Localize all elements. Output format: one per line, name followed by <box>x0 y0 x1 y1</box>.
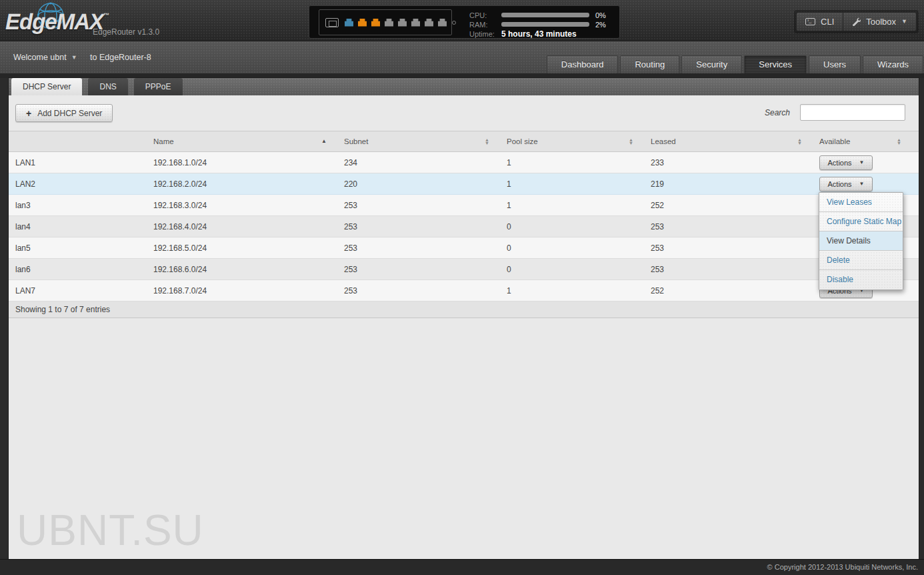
cell-subnet: 192.168.7.0/24 <box>153 286 344 296</box>
content-panel: DHCP ServerDNSPPPoE + Add DHCP Server Se… <box>9 78 919 559</box>
table-header: Name ▲▼ Subnet ▲▼ Pool size ▲▼ Leased ▲▼… <box>9 131 919 152</box>
ram-value: 2% <box>595 21 606 29</box>
edgemax-logo: EdgeMAX™ <box>5 1 105 40</box>
table-row: LAN2 192.168.2.0/24 220 1 219 Actions ▼ <box>9 173 919 195</box>
column-header[interactable]: Leased ▲▼ <box>651 137 819 145</box>
cell-leased: 0 <box>507 222 651 231</box>
nav-divider-band <box>0 73 924 78</box>
cell-available: 219 <box>651 179 819 189</box>
ethernet-port-icon <box>438 19 447 27</box>
app-header: EdgeMAX™ EdgeRouter v1.3.0 CPU: 0% RAM: … <box>0 0 924 41</box>
column-header[interactable]: Pool size ▲▼ <box>507 137 651 145</box>
nav-tab[interactable]: Security <box>681 55 742 73</box>
actions-button[interactable]: Actions ▼ <box>819 177 873 191</box>
column-header[interactable]: Subnet ▲▼ <box>344 137 507 145</box>
cell-subnet: 192.168.3.0/24 <box>153 201 344 210</box>
port-list <box>345 19 447 27</box>
search-label: Search <box>765 108 790 117</box>
sort-icon: ▲▼ <box>629 138 633 145</box>
actions-menu-item[interactable]: Configure Static Map <box>819 212 903 231</box>
sort-icon: ▲▼ <box>897 138 901 145</box>
actions-menu-item[interactable]: Delete <box>819 251 903 270</box>
subtab[interactable]: PPPoE <box>134 78 183 95</box>
toolbox-button[interactable]: Toolbox ▼ <box>843 12 917 31</box>
column-header[interactable]: Available ▲▼ <box>819 137 919 145</box>
add-dhcp-server-button[interactable]: + Add DHCP Server <box>15 104 113 122</box>
terminal-icon <box>805 18 815 25</box>
actions-menu-item[interactable]: Disable <box>819 270 903 290</box>
column-label: Available <box>819 137 850 145</box>
table-row: lan5 192.168.5.0/24 253 0 253 Actions ▼ <box>9 237 919 259</box>
cell-leased: 1 <box>507 286 651 296</box>
ethernet-port-icon <box>358 19 367 27</box>
nav-tab[interactable]: Services <box>744 55 807 73</box>
console-port-icon <box>325 18 339 27</box>
table-row: lan3 192.168.3.0/24 253 1 252 Actions ▼ <box>9 195 919 216</box>
trademark-symbol: ™ <box>103 12 109 19</box>
column-label: Subnet <box>344 137 368 145</box>
user-menu[interactable]: Welcome ubnt ▼ <box>13 41 77 73</box>
cell-actions: Actions ▼ <box>819 177 919 191</box>
cell-pool-size: 253 <box>344 222 507 231</box>
subtab[interactable]: DHCP Server <box>11 78 82 95</box>
device-name-label: to EdgeRouter-8 <box>90 41 151 73</box>
cell-pool-size: 234 <box>344 158 507 167</box>
cell-pool-size: 253 <box>344 201 507 210</box>
nav-tab[interactable]: Dashboard <box>547 55 619 73</box>
search-area: Search <box>765 104 905 121</box>
nav-tab[interactable]: Routing <box>620 55 679 73</box>
app-version: EdgeRouter v1.3.0 <box>93 27 159 37</box>
cell-available: 253 <box>651 243 819 253</box>
cell-pool-size: 253 <box>344 265 507 274</box>
actions-button[interactable]: Actions ▼ <box>819 155 873 170</box>
ethernet-port-icon <box>385 19 393 27</box>
chevron-down-icon: ▼ <box>859 181 865 187</box>
table-row: LAN1 192.168.1.0/24 234 1 233 Actions ▼ <box>9 152 919 173</box>
cell-name: lan6 <box>15 265 153 274</box>
page-footer: © Copyright 2012-2013 Ubiquiti Networks,… <box>0 559 924 575</box>
cell-name: lan5 <box>15 243 153 253</box>
table-row: LAN7 192.168.7.0/24 253 1 252 Actions ▼ <box>9 280 919 302</box>
header-button-group: CLI Toolbox ▼ <box>794 10 919 33</box>
cli-button[interactable]: CLI <box>796 12 843 31</box>
table-toolbar: + Add DHCP Server Search <box>9 95 919 131</box>
ethernet-port-icon <box>371 19 380 27</box>
table-summary: Showing 1 to 7 of 7 entries <box>9 302 919 318</box>
cell-pool-size: 253 <box>344 243 507 253</box>
search-input[interactable] <box>800 104 905 121</box>
actions-dropdown-menu: View LeasesConfigure Static MapView Deta… <box>819 192 903 290</box>
cell-available: 252 <box>651 201 819 210</box>
column-header[interactable]: Name ▲▼ <box>153 137 344 145</box>
cell-subnet: 192.168.1.0/24 <box>153 158 344 167</box>
sort-icon: ▲▼ <box>797 138 802 145</box>
sort-icon: ▲▼ <box>485 138 489 145</box>
column-label: Name <box>153 137 174 145</box>
cell-name: LAN7 <box>15 286 153 296</box>
plus-icon: + <box>26 109 31 118</box>
subtab[interactable]: DNS <box>88 78 127 95</box>
cell-name: lan3 <box>15 201 153 210</box>
actions-menu-item[interactable]: View Details <box>819 231 903 251</box>
chevron-down-icon: ▼ <box>901 19 907 25</box>
cell-available: 233 <box>651 158 819 167</box>
cell-available: 252 <box>651 286 819 296</box>
ethernet-port-icon <box>411 19 420 27</box>
nav-tab[interactable]: Wizards <box>863 55 923 73</box>
uptime-label: Uptime: <box>469 30 501 38</box>
nav-tab[interactable]: Users <box>809 55 861 73</box>
column-label: Pool size <box>507 137 538 145</box>
main-nav-tabs: DashboardRoutingSecurityServicesUsersWiz… <box>547 55 923 73</box>
ethernet-port-icon <box>425 19 433 27</box>
cell-leased: 0 <box>507 265 651 274</box>
system-stats: CPU: 0% RAM: 2% Uptime: 5 hours, 43 minu… <box>469 11 615 39</box>
port-indicator-dot-icon <box>452 21 456 25</box>
device-status-panel: CPU: 0% RAM: 2% Uptime: 5 hours, 43 minu… <box>309 5 620 39</box>
watermark: UBNT.SU <box>17 506 204 555</box>
ram-label: RAM: <box>469 21 501 29</box>
cpu-value: 0% <box>595 11 606 19</box>
chevron-down-icon: ▼ <box>71 55 77 61</box>
cpu-bar <box>501 13 589 17</box>
ram-bar <box>501 22 589 27</box>
table-row: lan6 192.168.6.0/24 253 0 253 Actions ▼ <box>9 259 919 280</box>
actions-menu-item[interactable]: View Leases <box>819 193 903 212</box>
